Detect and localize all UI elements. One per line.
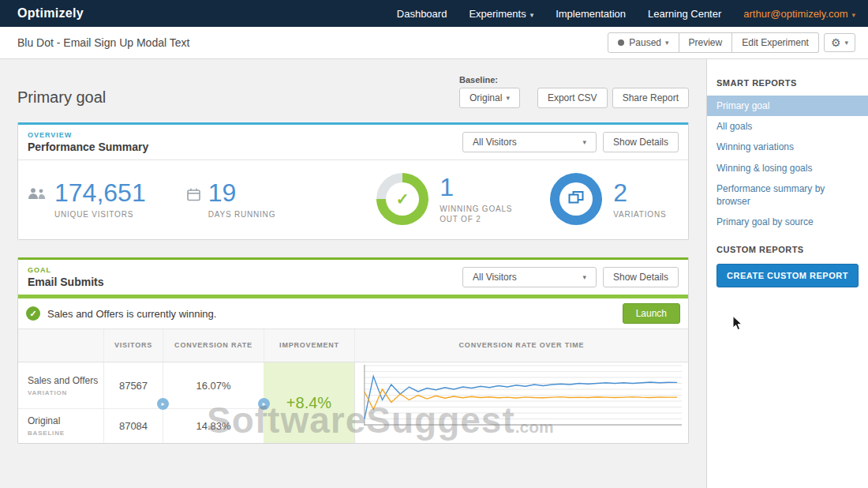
report-header: Primary goal Baseline: Original ▾ Export…	[17, 75, 689, 108]
variation-name: Sales and Offers	[28, 375, 98, 387]
paused-label: Paused	[629, 37, 661, 48]
play-icon: ▸	[161, 400, 164, 407]
experiment-header: Blu Dot - Email Sign Up Modal Text Pause…	[0, 27, 868, 59]
winning-goals-sublabel: OUT OF 2	[440, 215, 512, 223]
sidebar-item-winning-variations[interactable]: Winning variations	[707, 137, 868, 157]
variations-icon	[568, 190, 584, 208]
winning-banner: ✓ Sales and Offers is currently winning.…	[18, 298, 688, 329]
export-csv-button[interactable]: Export CSV	[537, 88, 608, 108]
goal-segment-select[interactable]: All Visitors ▾	[462, 267, 597, 287]
account-email: arthur@optimizely.com	[743, 8, 847, 20]
donut-inner	[559, 182, 593, 216]
settings-button[interactable]: ⚙ ▾	[824, 33, 855, 52]
optimizely-logo[interactable]: Optimizely	[17, 6, 84, 21]
baseline-select[interactable]: Original ▾	[459, 88, 520, 108]
sidebar-item-all-goals[interactable]: All goals	[707, 116, 868, 137]
goal-titles: GOAL Email Submits	[28, 266, 103, 288]
conversion-chart-svg	[361, 365, 682, 426]
share-report-button[interactable]: Share Report	[612, 88, 689, 108]
winning-message: Sales and Offers is currently winning.	[47, 308, 216, 320]
create-custom-report-button[interactable]: CREATE CUSTOM REPORT	[716, 264, 859, 287]
goal-show-details-label: Show Details	[613, 272, 668, 283]
goal-segment-value: All Visitors	[473, 272, 517, 283]
experiment-button-group: Paused ▾ Preview Edit Experiment	[608, 32, 819, 53]
experiment-controls: Paused ▾ Preview Edit Experiment ⚙ ▾	[608, 32, 855, 53]
sidebar-item-performance-by-browser[interactable]: Performance summary by browser	[707, 178, 868, 212]
header-conversion-over-time: CONVERSION RATE OVER TIME	[354, 329, 688, 362]
header-conversion-rate: CONVERSION RATE	[163, 329, 264, 362]
sidebar-item-primary-goal[interactable]: Primary goal	[707, 96, 868, 116]
variation-rate: 16.07%	[163, 362, 264, 408]
edit-experiment-button[interactable]: Edit Experiment	[732, 32, 819, 53]
report-content: Primary goal Baseline: Original ▾ Export…	[0, 59, 706, 488]
play-icon: ▸	[262, 400, 265, 407]
baseline-tag: BASELINE	[28, 430, 65, 437]
app: Optimizely Dashboard Experiments▾ Implem…	[0, 0, 868, 488]
variation-tag: VARIATION	[28, 389, 67, 396]
gear-icon: ⚙	[831, 38, 841, 47]
baseline-value: Original	[470, 92, 502, 103]
unique-visitors-label: UNIQUE VISITORS	[54, 210, 146, 219]
baseline-row-name: Original BASELINE	[18, 408, 103, 443]
goal-card-header: GOAL Email Submits All Visitors ▾ Show D…	[18, 260, 688, 295]
variations-value: 2	[613, 180, 666, 205]
conversion-chart	[354, 362, 688, 443]
variations-stat: 2 VARIATIONS	[550, 173, 666, 225]
stat-text: 2 VARIATIONS	[613, 180, 666, 219]
winning-goals-label: WINNING GOALS	[440, 205, 512, 213]
nav-dashboard-label: Dashboard	[397, 8, 447, 20]
report-controls: Baseline: Original ▾ Export CSV Share Re…	[459, 75, 689, 108]
variation-row-name: Sales and Offers VARIATION	[18, 362, 103, 408]
preview-button[interactable]: Preview	[679, 32, 733, 53]
launch-button[interactable]: Launch	[623, 303, 680, 324]
status-dot-icon	[618, 39, 624, 46]
content-row: Primary goal Baseline: Original ▾ Export…	[0, 59, 868, 488]
baseline-label: Baseline:	[459, 75, 520, 84]
smart-reports-header: SMART REPORTS	[707, 78, 868, 88]
expand-visitors-button[interactable]: ▸	[157, 398, 169, 410]
baseline-control: Baseline: Original ▾	[459, 75, 520, 108]
stat-text: 174,651 UNIQUE VISITORS	[54, 180, 146, 219]
unique-visitors-value: 174,651	[54, 180, 146, 205]
expand-rate-button[interactable]: ▸	[258, 398, 270, 410]
overview-segment-select[interactable]: All Visitors ▾	[462, 132, 597, 152]
nav-learning-center-label: Learning Center	[648, 8, 721, 20]
check-glyph: ✓	[29, 309, 36, 319]
chevron-down-icon: ▾	[582, 138, 586, 146]
chevron-down-icon: ▾	[665, 39, 669, 47]
experiment-title: Blu Dot - Email Sign Up Modal Text	[17, 36, 189, 49]
check-icon: ✓	[26, 306, 40, 321]
sidebar-item-primary-goal-by-source[interactable]: Primary goal by source	[707, 212, 868, 232]
people-icon	[28, 188, 47, 203]
edit-experiment-label: Edit Experiment	[742, 37, 809, 48]
account-menu[interactable]: arthur@optimizely.com▾	[743, 8, 855, 20]
reports-sidebar: SMART REPORTS Primary goal All goals Win…	[706, 59, 868, 488]
nav-implementation[interactable]: Implementation	[556, 8, 626, 20]
top-nav-links: Dashboard Experiments▾ Implementation Le…	[397, 8, 855, 20]
nav-implementation-label: Implementation	[556, 8, 626, 20]
paused-status-button[interactable]: Paused ▾	[608, 32, 679, 53]
stat-text: 19 DAYS RUNNING	[208, 180, 276, 219]
page-title: Primary goal	[17, 88, 106, 108]
sidebar-item-winning-losing-goals[interactable]: Winning & losing goals	[707, 158, 868, 178]
nav-experiments-label: Experiments	[469, 8, 526, 20]
overview-show-details-button[interactable]: Show Details	[603, 132, 679, 152]
nav-dashboard[interactable]: Dashboard	[397, 8, 447, 20]
email-submits-goal-card: GOAL Email Submits All Visitors ▾ Show D…	[17, 257, 689, 444]
overview-show-details-label: Show Details	[613, 137, 668, 148]
variations-label: VARIATIONS	[613, 210, 666, 219]
goal-show-details-button[interactable]: Show Details	[603, 267, 679, 287]
baseline-rate: 14.83%	[163, 408, 264, 443]
check-icon: ✓	[396, 190, 410, 208]
winning-goals-stat: ✓ 1 WINNING GOALS OUT OF 2	[376, 173, 512, 225]
winning-goals-donut: ✓	[376, 173, 428, 225]
stats-row: 174,651 UNIQUE VISITORS	[18, 160, 688, 239]
export-csv-label: Export CSV	[548, 92, 597, 103]
nav-learning-center[interactable]: Learning Center	[648, 8, 721, 20]
overview-card-header: OVERVIEW Performance Summary All Visitor…	[18, 125, 688, 160]
winning-goals-value: 1	[440, 175, 512, 200]
nav-experiments[interactable]: Experiments▾	[469, 8, 533, 20]
stat-text: 1 WINNING GOALS OUT OF 2	[440, 175, 512, 223]
chevron-down-icon: ▾	[851, 11, 855, 19]
overview-titles: OVERVIEW Performance Summary	[28, 131, 148, 153]
